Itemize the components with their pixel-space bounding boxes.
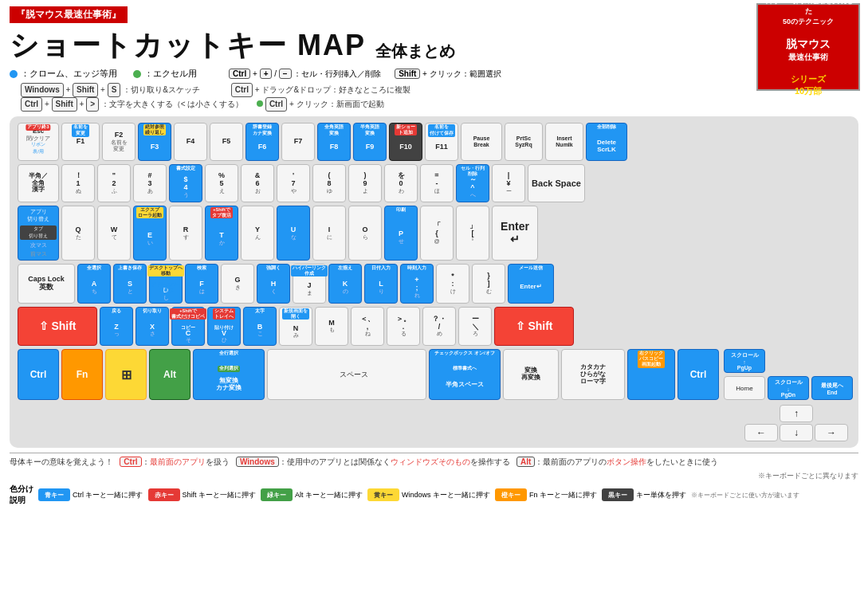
- key-henkan[interactable]: チェックボックス オン/オフ 標準書式へ 半角スペース: [429, 349, 501, 400]
- key-mail[interactable]: メール送信 Enter↵: [508, 264, 554, 304]
- key-semicolon[interactable]: 時刻入力 +; れ: [400, 264, 434, 304]
- key-2[interactable]: "2 ふ: [97, 164, 131, 202]
- key-bracket-l[interactable]: 「{ @: [420, 206, 454, 261]
- keyboard-container: アプリ終3 Esc 閉/クリア リボン表/用 名前を変更 F1 F2 名前を変更…: [10, 116, 858, 448]
- key-insert[interactable]: InsertNumIk: [545, 123, 583, 161]
- key-fn[interactable]: Fn: [61, 349, 103, 400]
- key-f7[interactable]: F7: [281, 123, 315, 161]
- key-q[interactable]: Qた: [61, 206, 95, 261]
- key-v[interactable]: システムトレイへ 貼り付け V ひ: [207, 307, 241, 347]
- key-f9[interactable]: 半角英語変換 F9: [353, 123, 387, 161]
- key-enter[interactable]: Enter↵: [492, 206, 538, 261]
- key-n[interactable]: 新規画面を開く N み: [279, 307, 312, 347]
- key-1[interactable]: ！1 ぬ: [61, 164, 95, 202]
- key-backslash[interactable]: ー＼ ろ: [458, 307, 492, 347]
- key-7[interactable]: '7 や: [277, 164, 310, 202]
- row-numbers: 半角／全角漢字 ！1 ぬ "2 ふ #3 あ 書式設定 $4 う %5 え: [18, 164, 850, 202]
- key-f5[interactable]: F5: [210, 123, 243, 161]
- key-j[interactable]: ハイパーリンク作成 J ま: [293, 264, 326, 304]
- key-alt-l[interactable]: Alt: [149, 349, 190, 400]
- key-rightclick[interactable]: 右クリックパスコピー画面起動: [627, 349, 675, 400]
- key-f6[interactable]: 辞書登録カナ変換 F6: [245, 123, 279, 161]
- key-tab[interactable]: アプリ切り替え タブ切り替え 次マス 前マス: [18, 206, 59, 261]
- key-m[interactable]: Mも: [315, 307, 348, 347]
- key-t[interactable]: +Shiftでタブ復活 T か: [205, 206, 238, 261]
- key-up[interactable]: ↑: [780, 405, 813, 422]
- key-win[interactable]: ⊞: [105, 349, 147, 400]
- key-right[interactable]: →: [815, 424, 848, 441]
- keyboard-note: ※キーボードごとに異なります: [10, 471, 858, 481]
- key-pgup[interactable]: スクロール↑PgUp: [724, 349, 765, 373]
- key-r[interactable]: R す: [169, 206, 202, 261]
- key-9[interactable]: )9 よ: [348, 164, 382, 202]
- key-space[interactable]: スペース: [267, 349, 426, 400]
- key-prtsc[interactable]: PrtScSyzRq: [505, 123, 543, 161]
- arrow-cluster: ↑ ← ↓ →: [744, 405, 848, 441]
- key-b[interactable]: 太字 B こ: [243, 307, 277, 347]
- key-home[interactable]: Home: [724, 376, 765, 400]
- key-f8[interactable]: 全角英語変換 F8: [317, 123, 351, 161]
- key-p[interactable]: 印刷 P せ: [384, 206, 418, 261]
- key-colon[interactable]: *: け: [436, 264, 469, 304]
- key-c[interactable]: +Shiftで書式だけコピペ コピー C そ: [171, 307, 205, 347]
- key-x[interactable]: 切り取り X さ: [136, 307, 169, 347]
- key-muhenkan[interactable]: 全行選択 全列選択 無変換カナ変換: [193, 349, 265, 400]
- key-f11[interactable]: 名前を付けて保存 F11: [425, 123, 458, 161]
- key-end[interactable]: 最後尾へEnd: [811, 376, 853, 400]
- row-asdf: Caps Lock英数 全選択 A ち 上書き保存 S と デスクトップへ移動 …: [18, 264, 850, 304]
- key-s[interactable]: 上書き保存 S と: [113, 264, 147, 304]
- key-pause[interactable]: PauseBreak: [461, 123, 502, 161]
- key-f4[interactable]: F4: [174, 123, 207, 161]
- key-z[interactable]: 戻る Z っ: [100, 307, 133, 347]
- key-ctrl-l[interactable]: Ctrl: [18, 349, 59, 400]
- key-pgdn[interactable]: スクロール↓PgDn: [768, 376, 809, 400]
- key-6[interactable]: &6 お: [241, 164, 274, 202]
- key-5[interactable]: %5 え: [205, 164, 238, 202]
- key-period[interactable]: ＞。. る: [387, 307, 420, 347]
- key-h[interactable]: 強調く H く: [257, 264, 290, 304]
- key-o[interactable]: Oら: [348, 206, 382, 261]
- key-k[interactable]: 左揃え K の: [328, 264, 362, 304]
- book-image: 年間120時間の短縮を実現した50のテクニック脱マウス最速仕事術シリーズ10万部: [756, 3, 860, 91]
- key-hat[interactable]: セル・行列削除 ～^ へ: [456, 164, 489, 202]
- key-shift-l[interactable]: ⇧ Shift: [18, 307, 97, 347]
- key-conv[interactable]: 変換再変換: [503, 349, 559, 400]
- key-f1[interactable]: 名前を変更 F1: [61, 123, 100, 161]
- key-l[interactable]: 日付入力 L り: [364, 264, 398, 304]
- key-backspace[interactable]: Back Space: [528, 164, 585, 202]
- key-i[interactable]: Iに: [312, 206, 346, 261]
- key-delete[interactable]: 全部削除 DeleteScrLK: [586, 123, 627, 161]
- key-bracket-r[interactable]: 」[ °: [456, 206, 489, 261]
- key-8[interactable]: (8 ゆ: [312, 164, 346, 202]
- key-yen[interactable]: |¥ ー: [492, 164, 525, 202]
- key-minus[interactable]: =- ほ: [420, 164, 454, 202]
- key-slash[interactable]: ？・/ め: [422, 307, 456, 347]
- key-4[interactable]: 書式設定 $4 う: [169, 164, 202, 202]
- key-f3[interactable]: 絶対参照繰り返し F3: [138, 123, 171, 161]
- key-y[interactable]: Y ん: [241, 206, 274, 261]
- key-esc[interactable]: アプリ終3 Esc 閉/クリア リボン表/用: [18, 123, 59, 161]
- key-shift-r[interactable]: ⇧ Shift: [494, 307, 574, 347]
- key-a[interactable]: 全選択 A ち: [77, 264, 111, 304]
- key-d[interactable]: デスクトップへ移動 アドレスバーの選択 D し: [149, 264, 183, 304]
- key-close-brace[interactable]: }] む: [472, 264, 505, 304]
- key-w[interactable]: Wて: [97, 206, 131, 261]
- title-row: ショートカットキー MAP 全体まとめ: [10, 26, 858, 65]
- key-f10[interactable]: 新ショート追加 F10: [389, 123, 422, 161]
- key-f2[interactable]: F2 名前を変更: [102, 123, 136, 161]
- key-0[interactable]: を0 わ: [384, 164, 418, 202]
- arrow-row: ↑ ← ↓ →: [18, 405, 850, 441]
- key-e[interactable]: エクスプローラ起動 E い: [133, 206, 167, 261]
- key-ctrl-r[interactable]: Ctrl: [678, 349, 719, 400]
- key-3[interactable]: #3 あ: [133, 164, 167, 202]
- key-left[interactable]: ←: [744, 424, 778, 441]
- key-caps[interactable]: Caps Lock英数: [18, 264, 75, 304]
- key-comma[interactable]: ＜、, ね: [351, 307, 384, 347]
- bottom-section: 母体キーの意味を覚えよう！ Ctrl：最前面のアプリを扱う Windows：使用…: [10, 453, 858, 506]
- key-f[interactable]: 検索 F は: [185, 264, 218, 304]
- key-katakana[interactable]: カタカナひらがなローマ字: [561, 349, 625, 400]
- key-hankaku[interactable]: 半角／全角漢字: [18, 164, 59, 202]
- key-g[interactable]: Gき: [221, 264, 254, 304]
- key-down[interactable]: ↓: [780, 424, 813, 441]
- key-u[interactable]: U な: [277, 206, 310, 261]
